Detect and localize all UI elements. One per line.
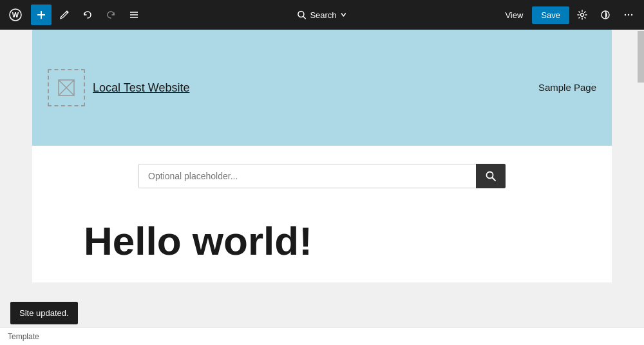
template-label: Template xyxy=(8,332,39,341)
main-area: Local Test Website Sample Page Hello wor… xyxy=(0,30,644,327)
more-options-button[interactable] xyxy=(618,5,639,25)
status-bar: Template xyxy=(0,327,644,345)
toolbar-left: W xyxy=(5,5,144,25)
post-title: Hello world! xyxy=(84,219,560,263)
search-submit-button[interactable] xyxy=(476,164,506,188)
toolbar: W xyxy=(0,0,644,30)
scrollbar-track[interactable] xyxy=(638,30,644,327)
site-nav: Sample Page xyxy=(538,82,596,94)
toolbar-right: View Save xyxy=(498,5,639,25)
site-title[interactable]: Local Test Website xyxy=(93,81,189,95)
svg-point-14 xyxy=(631,14,632,15)
search-input[interactable] xyxy=(138,164,476,188)
settings-button[interactable] xyxy=(572,5,592,25)
nav-item-sample-page[interactable]: Sample Page xyxy=(538,82,596,93)
post-area: Hello world! xyxy=(32,206,612,282)
search-label: Search xyxy=(310,10,336,20)
save-button[interactable]: Save xyxy=(532,6,569,24)
undo-button[interactable] xyxy=(77,5,98,25)
svg-line-9 xyxy=(303,17,306,19)
redo-button[interactable] xyxy=(100,5,121,25)
add-block-button[interactable] xyxy=(31,5,52,25)
toolbar-center: Search xyxy=(290,6,353,24)
svg-point-12 xyxy=(625,14,626,15)
view-button[interactable]: View xyxy=(498,6,529,24)
toast-notification: Site updated. xyxy=(10,302,78,324)
search-form xyxy=(138,164,506,188)
tools-button[interactable] xyxy=(54,5,75,25)
search-button[interactable]: Search xyxy=(290,6,353,24)
svg-text:W: W xyxy=(12,11,19,19)
scrollbar-thumb[interactable] xyxy=(638,31,644,83)
svg-line-19 xyxy=(493,178,496,181)
appearance-button[interactable] xyxy=(595,5,616,25)
svg-point-13 xyxy=(628,14,629,15)
site-header: Local Test Website Sample Page xyxy=(32,30,612,146)
search-block xyxy=(32,146,612,206)
toast-message: Site updated. xyxy=(19,308,69,318)
logo-placeholder[interactable] xyxy=(48,69,85,106)
svg-point-10 xyxy=(581,14,584,17)
wp-logo[interactable]: W xyxy=(5,5,26,25)
site-logo-area: Local Test Website xyxy=(48,69,189,106)
canvas: Local Test Website Sample Page Hello wor… xyxy=(32,30,612,282)
list-view-button[interactable] xyxy=(124,5,144,25)
